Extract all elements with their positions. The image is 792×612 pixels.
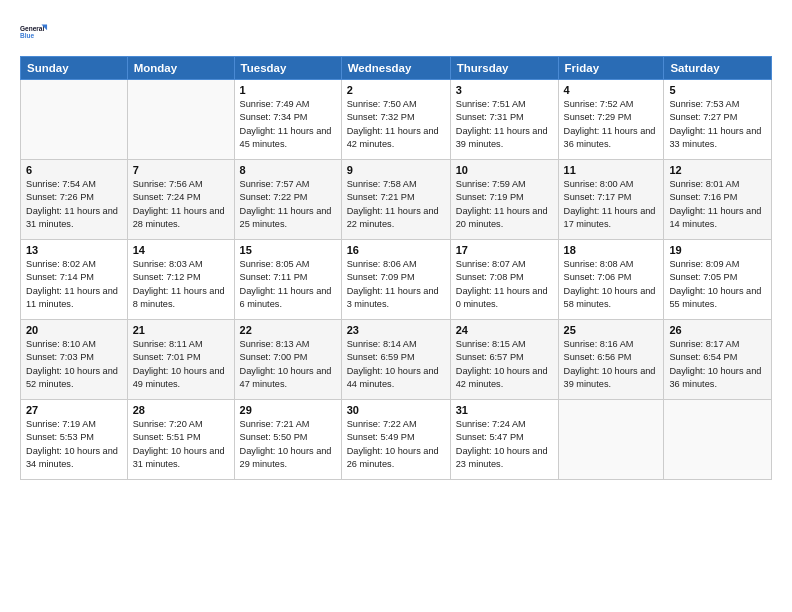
week-row-1: 1Sunrise: 7:49 AMSunset: 7:34 PMDaylight… bbox=[21, 80, 772, 160]
calendar-cell: 7Sunrise: 7:56 AMSunset: 7:24 PMDaylight… bbox=[127, 160, 234, 240]
calendar-cell: 1Sunrise: 7:49 AMSunset: 7:34 PMDaylight… bbox=[234, 80, 341, 160]
logo-icon: GeneralBlue bbox=[20, 18, 48, 46]
week-row-5: 27Sunrise: 7:19 AMSunset: 5:53 PMDayligh… bbox=[21, 400, 772, 480]
week-row-4: 20Sunrise: 8:10 AMSunset: 7:03 PMDayligh… bbox=[21, 320, 772, 400]
day-info: Sunrise: 7:49 AMSunset: 7:34 PMDaylight:… bbox=[240, 98, 336, 151]
day-number: 28 bbox=[133, 404, 229, 416]
calendar-cell: 13Sunrise: 8:02 AMSunset: 7:14 PMDayligh… bbox=[21, 240, 128, 320]
page-header: GeneralBlue bbox=[20, 18, 772, 46]
day-info: Sunrise: 8:17 AMSunset: 6:54 PMDaylight:… bbox=[669, 338, 766, 391]
day-info: Sunrise: 7:57 AMSunset: 7:22 PMDaylight:… bbox=[240, 178, 336, 231]
day-number: 20 bbox=[26, 324, 122, 336]
weekday-saturday: Saturday bbox=[664, 57, 772, 80]
calendar-cell: 10Sunrise: 7:59 AMSunset: 7:19 PMDayligh… bbox=[450, 160, 558, 240]
weekday-monday: Monday bbox=[127, 57, 234, 80]
day-number: 7 bbox=[133, 164, 229, 176]
day-info: Sunrise: 8:02 AMSunset: 7:14 PMDaylight:… bbox=[26, 258, 122, 311]
day-info: Sunrise: 8:06 AMSunset: 7:09 PMDaylight:… bbox=[347, 258, 445, 311]
day-info: Sunrise: 7:52 AMSunset: 7:29 PMDaylight:… bbox=[564, 98, 659, 151]
calendar-cell: 24Sunrise: 8:15 AMSunset: 6:57 PMDayligh… bbox=[450, 320, 558, 400]
day-info: Sunrise: 8:11 AMSunset: 7:01 PMDaylight:… bbox=[133, 338, 229, 391]
calendar-cell: 9Sunrise: 7:58 AMSunset: 7:21 PMDaylight… bbox=[341, 160, 450, 240]
day-number: 13 bbox=[26, 244, 122, 256]
day-info: Sunrise: 8:09 AMSunset: 7:05 PMDaylight:… bbox=[669, 258, 766, 311]
calendar-cell: 20Sunrise: 8:10 AMSunset: 7:03 PMDayligh… bbox=[21, 320, 128, 400]
day-info: Sunrise: 8:05 AMSunset: 7:11 PMDaylight:… bbox=[240, 258, 336, 311]
calendar-cell: 8Sunrise: 7:57 AMSunset: 7:22 PMDaylight… bbox=[234, 160, 341, 240]
day-info: Sunrise: 8:10 AMSunset: 7:03 PMDaylight:… bbox=[26, 338, 122, 391]
calendar-cell: 21Sunrise: 8:11 AMSunset: 7:01 PMDayligh… bbox=[127, 320, 234, 400]
calendar-cell: 2Sunrise: 7:50 AMSunset: 7:32 PMDaylight… bbox=[341, 80, 450, 160]
calendar-cell: 18Sunrise: 8:08 AMSunset: 7:06 PMDayligh… bbox=[558, 240, 664, 320]
logo: GeneralBlue bbox=[20, 18, 48, 46]
day-number: 1 bbox=[240, 84, 336, 96]
week-row-2: 6Sunrise: 7:54 AMSunset: 7:26 PMDaylight… bbox=[21, 160, 772, 240]
calendar-cell: 3Sunrise: 7:51 AMSunset: 7:31 PMDaylight… bbox=[450, 80, 558, 160]
calendar-cell: 30Sunrise: 7:22 AMSunset: 5:49 PMDayligh… bbox=[341, 400, 450, 480]
weekday-sunday: Sunday bbox=[21, 57, 128, 80]
day-info: Sunrise: 7:19 AMSunset: 5:53 PMDaylight:… bbox=[26, 418, 122, 471]
calendar-cell: 15Sunrise: 8:05 AMSunset: 7:11 PMDayligh… bbox=[234, 240, 341, 320]
calendar-cell: 29Sunrise: 7:21 AMSunset: 5:50 PMDayligh… bbox=[234, 400, 341, 480]
day-number: 26 bbox=[669, 324, 766, 336]
day-info: Sunrise: 8:13 AMSunset: 7:00 PMDaylight:… bbox=[240, 338, 336, 391]
day-info: Sunrise: 8:01 AMSunset: 7:16 PMDaylight:… bbox=[669, 178, 766, 231]
day-info: Sunrise: 8:14 AMSunset: 6:59 PMDaylight:… bbox=[347, 338, 445, 391]
day-info: Sunrise: 7:54 AMSunset: 7:26 PMDaylight:… bbox=[26, 178, 122, 231]
day-info: Sunrise: 8:16 AMSunset: 6:56 PMDaylight:… bbox=[564, 338, 659, 391]
day-number: 27 bbox=[26, 404, 122, 416]
day-number: 5 bbox=[669, 84, 766, 96]
day-info: Sunrise: 7:56 AMSunset: 7:24 PMDaylight:… bbox=[133, 178, 229, 231]
calendar-table: SundayMondayTuesdayWednesdayThursdayFrid… bbox=[20, 56, 772, 480]
weekday-wednesday: Wednesday bbox=[341, 57, 450, 80]
day-number: 25 bbox=[564, 324, 659, 336]
day-number: 4 bbox=[564, 84, 659, 96]
svg-text:Blue: Blue bbox=[20, 32, 34, 39]
weekday-tuesday: Tuesday bbox=[234, 57, 341, 80]
day-number: 12 bbox=[669, 164, 766, 176]
calendar-cell: 26Sunrise: 8:17 AMSunset: 6:54 PMDayligh… bbox=[664, 320, 772, 400]
calendar-cell: 22Sunrise: 8:13 AMSunset: 7:00 PMDayligh… bbox=[234, 320, 341, 400]
day-number: 15 bbox=[240, 244, 336, 256]
day-number: 3 bbox=[456, 84, 553, 96]
day-number: 17 bbox=[456, 244, 553, 256]
calendar-cell: 14Sunrise: 8:03 AMSunset: 7:12 PMDayligh… bbox=[127, 240, 234, 320]
day-number: 6 bbox=[26, 164, 122, 176]
calendar-cell: 19Sunrise: 8:09 AMSunset: 7:05 PMDayligh… bbox=[664, 240, 772, 320]
day-number: 29 bbox=[240, 404, 336, 416]
day-info: Sunrise: 7:51 AMSunset: 7:31 PMDaylight:… bbox=[456, 98, 553, 151]
day-info: Sunrise: 7:50 AMSunset: 7:32 PMDaylight:… bbox=[347, 98, 445, 151]
day-number: 21 bbox=[133, 324, 229, 336]
day-info: Sunrise: 7:20 AMSunset: 5:51 PMDaylight:… bbox=[133, 418, 229, 471]
day-info: Sunrise: 7:53 AMSunset: 7:27 PMDaylight:… bbox=[669, 98, 766, 151]
calendar-cell: 17Sunrise: 8:07 AMSunset: 7:08 PMDayligh… bbox=[450, 240, 558, 320]
day-number: 14 bbox=[133, 244, 229, 256]
calendar-cell bbox=[21, 80, 128, 160]
day-info: Sunrise: 7:58 AMSunset: 7:21 PMDaylight:… bbox=[347, 178, 445, 231]
calendar-cell bbox=[664, 400, 772, 480]
day-number: 18 bbox=[564, 244, 659, 256]
day-number: 23 bbox=[347, 324, 445, 336]
day-info: Sunrise: 8:08 AMSunset: 7:06 PMDaylight:… bbox=[564, 258, 659, 311]
calendar-cell: 6Sunrise: 7:54 AMSunset: 7:26 PMDaylight… bbox=[21, 160, 128, 240]
calendar-cell bbox=[558, 400, 664, 480]
svg-text:General: General bbox=[20, 25, 44, 32]
day-info: Sunrise: 7:59 AMSunset: 7:19 PMDaylight:… bbox=[456, 178, 553, 231]
weekday-friday: Friday bbox=[558, 57, 664, 80]
weekday-header-row: SundayMondayTuesdayWednesdayThursdayFrid… bbox=[21, 57, 772, 80]
calendar-cell: 11Sunrise: 8:00 AMSunset: 7:17 PMDayligh… bbox=[558, 160, 664, 240]
day-info: Sunrise: 8:03 AMSunset: 7:12 PMDaylight:… bbox=[133, 258, 229, 311]
day-number: 19 bbox=[669, 244, 766, 256]
calendar-cell: 28Sunrise: 7:20 AMSunset: 5:51 PMDayligh… bbox=[127, 400, 234, 480]
day-info: Sunrise: 8:15 AMSunset: 6:57 PMDaylight:… bbox=[456, 338, 553, 391]
calendar-cell: 31Sunrise: 7:24 AMSunset: 5:47 PMDayligh… bbox=[450, 400, 558, 480]
day-number: 8 bbox=[240, 164, 336, 176]
calendar-cell: 16Sunrise: 8:06 AMSunset: 7:09 PMDayligh… bbox=[341, 240, 450, 320]
calendar-cell: 23Sunrise: 8:14 AMSunset: 6:59 PMDayligh… bbox=[341, 320, 450, 400]
day-info: Sunrise: 8:07 AMSunset: 7:08 PMDaylight:… bbox=[456, 258, 553, 311]
day-info: Sunrise: 7:22 AMSunset: 5:49 PMDaylight:… bbox=[347, 418, 445, 471]
calendar-cell bbox=[127, 80, 234, 160]
day-number: 11 bbox=[564, 164, 659, 176]
day-number: 24 bbox=[456, 324, 553, 336]
week-row-3: 13Sunrise: 8:02 AMSunset: 7:14 PMDayligh… bbox=[21, 240, 772, 320]
